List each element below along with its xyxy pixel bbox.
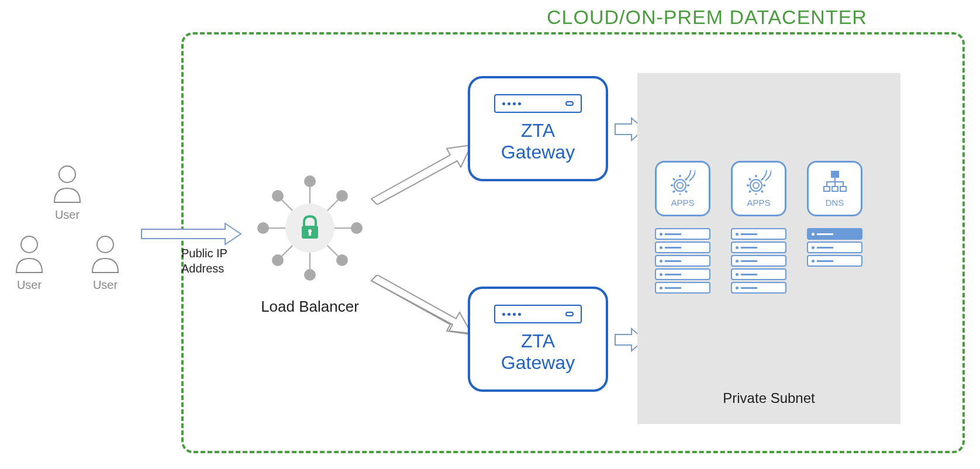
svg-point-11 xyxy=(304,175,316,187)
user-icon xyxy=(50,164,85,205)
dns-label: DNS xyxy=(826,198,844,208)
user-3: User xyxy=(88,234,123,292)
subnet-col-dns: DNS xyxy=(807,161,862,294)
svg-point-17 xyxy=(272,254,284,266)
server-stack-3 xyxy=(807,228,862,267)
load-balancer-label: Load Balancer xyxy=(246,298,374,316)
private-subnet-label: Private Subnet xyxy=(637,390,900,406)
user-label-3: User xyxy=(88,278,123,292)
gear-broadcast-icon xyxy=(747,170,771,195)
svg-rect-27 xyxy=(831,171,838,177)
server-stack-1 xyxy=(655,228,710,294)
gateway-label-1: ZTAGateway xyxy=(501,120,575,163)
zta-gateway-1: ZTAGateway xyxy=(468,76,608,181)
user-icon xyxy=(12,234,47,275)
dns-box: DNS xyxy=(807,161,862,216)
datacenter-title: CLOUD/ON-PREM DATACENTER xyxy=(547,6,867,29)
user-label-2: User xyxy=(12,278,47,292)
network-tree-icon xyxy=(823,170,847,195)
user-icon xyxy=(88,234,123,275)
svg-point-26 xyxy=(750,180,762,191)
gear-broadcast-icon xyxy=(671,170,695,195)
apps-box-2: APPS xyxy=(731,161,786,216)
svg-point-25 xyxy=(753,182,759,188)
load-balancer-icon xyxy=(246,164,374,292)
svg-rect-29 xyxy=(832,187,838,191)
arrow-lb-to-gateway-2 xyxy=(368,275,474,339)
public-ip-label: Public IP Address xyxy=(181,246,227,276)
subnet-col-apps-2: APPS xyxy=(731,161,786,294)
svg-point-23 xyxy=(677,182,683,188)
public-ip-line1: Public IP xyxy=(181,247,227,260)
apps-label-2: APPS xyxy=(747,198,770,208)
apps-box-1: APPS xyxy=(655,161,710,216)
gateway-device-icon xyxy=(494,94,582,113)
svg-point-0 xyxy=(59,166,75,182)
svg-point-1 xyxy=(21,236,37,253)
architecture-diagram: CLOUD/ON-PREM DATACENTER User User User xyxy=(0,0,980,469)
svg-point-16 xyxy=(336,190,348,202)
svg-point-14 xyxy=(351,222,363,234)
svg-rect-22 xyxy=(309,231,311,236)
subnet-col-apps-1: APPS xyxy=(655,161,710,294)
user-2: User xyxy=(12,234,47,292)
server-stack-2 xyxy=(731,228,786,294)
gateway-label-2: ZTAGateway xyxy=(501,330,575,374)
user-1: User xyxy=(50,164,85,222)
svg-point-18 xyxy=(336,254,348,266)
zta-gateway-2: ZTAGateway xyxy=(468,287,608,392)
apps-label-1: APPS xyxy=(671,198,694,208)
svg-point-2 xyxy=(97,236,113,253)
public-ip-line2: Address xyxy=(181,262,224,275)
svg-point-24 xyxy=(674,180,686,191)
svg-point-12 xyxy=(304,269,316,281)
gateway-device-icon xyxy=(494,305,582,323)
svg-rect-30 xyxy=(840,187,846,191)
svg-rect-28 xyxy=(824,187,830,191)
arrow-users-to-lb xyxy=(140,222,243,246)
arrow-lb-to-gateway-1 xyxy=(368,140,474,205)
svg-point-13 xyxy=(257,222,269,234)
svg-point-15 xyxy=(272,190,284,202)
load-balancer: Load Balancer xyxy=(246,164,374,316)
private-subnet: APPS xyxy=(637,73,900,424)
user-label-1: User xyxy=(50,208,85,222)
